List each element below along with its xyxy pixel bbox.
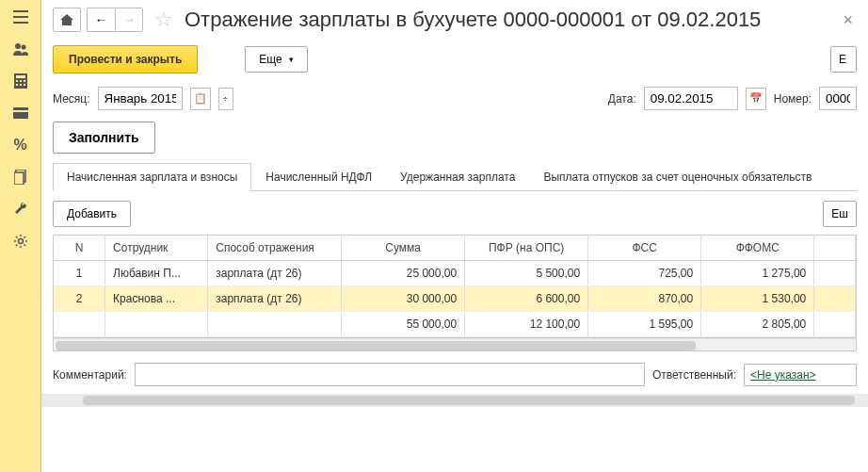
col-n[interactable]: N: [54, 236, 105, 261]
fill-button[interactable]: Заполнить: [53, 122, 155, 154]
data-table: N Сотрудник Способ отражения Сумма ПФР (…: [53, 235, 857, 338]
svg-rect-13: [14, 172, 24, 185]
table-hscrollbar[interactable]: [53, 338, 857, 351]
tab-toolbar: Добавить Еш: [41, 191, 868, 231]
wrench-icon[interactable]: [11, 200, 30, 219]
month-label: Месяц:: [53, 92, 90, 106]
footer-row: Комментарий: Ответственный: <Не указан>: [41, 351, 868, 394]
table-row[interactable]: 2 Краснова ... зарплата (дт 26) 30 000,0…: [54, 286, 856, 312]
svg-point-1: [21, 45, 25, 50]
favorite-star-icon[interactable]: ☆: [154, 8, 173, 32]
svg-rect-9: [24, 84, 25, 86]
svg-rect-6: [24, 80, 25, 82]
date-picker-button[interactable]: 📅: [746, 88, 766, 110]
month-field[interactable]: [98, 87, 183, 110]
col-employee[interactable]: Сотрудник: [105, 236, 208, 261]
page-title: Отражение зарплаты в бухучете 0000-00000…: [185, 8, 761, 32]
home-button[interactable]: [53, 8, 81, 32]
date-field[interactable]: [644, 87, 738, 110]
number-label: Номер:: [774, 92, 812, 106]
svg-point-14: [18, 239, 23, 244]
number-field[interactable]: [819, 87, 857, 110]
forward-button[interactable]: →: [115, 8, 143, 32]
col-extra: [814, 236, 856, 261]
table-totals-row: 55 000,00 12 100,00 1 595,00 2 805,00: [54, 312, 856, 337]
svg-rect-10: [13, 107, 28, 119]
tab-salary-contributions[interactable]: Начисленная зарплата и взносы: [53, 163, 251, 191]
col-ffoms[interactable]: ФФОМС: [701, 236, 814, 261]
fields-row: Месяц: 📋 ÷ Дата: 📅 Номер:: [41, 83, 868, 120]
menu-icon[interactable]: [11, 8, 30, 26]
tab-withheld[interactable]: Удержанная зарплата: [386, 163, 529, 191]
add-button[interactable]: Добавить: [53, 201, 131, 227]
tab-vacation-payout[interactable]: Выплата отпусков за счет оценочных обяза…: [529, 163, 826, 191]
svg-point-0: [15, 43, 21, 49]
sidebar: %: [0, 0, 41, 472]
responsible-field[interactable]: <Не указан>: [744, 364, 857, 386]
col-pfr[interactable]: ПФР (на ОПС): [465, 236, 588, 261]
percent-icon[interactable]: %: [11, 136, 30, 155]
svg-rect-11: [13, 110, 28, 112]
window-hscrollbar[interactable]: [41, 394, 868, 407]
tabs: Начисленная зарплата и взносы Начисленны…: [53, 163, 857, 191]
svg-rect-5: [20, 80, 22, 82]
back-button[interactable]: ←: [87, 8, 115, 32]
documents-icon[interactable]: [11, 168, 30, 187]
main-panel: ← → ☆ Отражение зарплаты в бухучете 0000…: [41, 0, 868, 472]
tab-ndfl[interactable]: Начисленный НДФЛ: [251, 163, 386, 191]
more-button[interactable]: Еще: [245, 46, 307, 73]
topbar: ← → ☆ Отражение зарплаты в бухучете 0000…: [41, 0, 868, 36]
close-button[interactable]: ×: [839, 10, 857, 30]
users-icon[interactable]: [11, 40, 30, 58]
tab-more-button[interactable]: Еш: [823, 201, 857, 227]
month-stepper[interactable]: ÷: [218, 88, 233, 110]
col-fss[interactable]: ФСС: [588, 236, 701, 261]
responsible-label: Ответственный:: [652, 368, 736, 382]
comment-label: Комментарий:: [53, 368, 127, 382]
date-label: Дата:: [608, 92, 636, 106]
calculator-icon[interactable]: [11, 72, 30, 90]
submit-close-button[interactable]: Провести и закрыть: [53, 45, 198, 73]
svg-rect-3: [16, 75, 25, 78]
svg-rect-8: [20, 84, 22, 86]
month-picker-button[interactable]: 📋: [190, 88, 211, 110]
comment-field[interactable]: [135, 363, 645, 386]
card-icon[interactable]: [11, 104, 30, 122]
main-toolbar: Провести и закрыть Еще Е: [41, 36, 868, 83]
svg-rect-7: [16, 84, 18, 86]
col-sum[interactable]: Сумма: [342, 236, 465, 261]
col-method[interactable]: Способ отражения: [208, 236, 342, 261]
svg-rect-4: [16, 80, 18, 82]
table-header-row: N Сотрудник Способ отражения Сумма ПФР (…: [54, 236, 856, 261]
table-row[interactable]: 1 Любавин П... зарплата (дт 26) 25 000,0…: [54, 261, 856, 286]
e-button[interactable]: Е: [830, 46, 857, 73]
gear-icon[interactable]: [11, 232, 30, 251]
